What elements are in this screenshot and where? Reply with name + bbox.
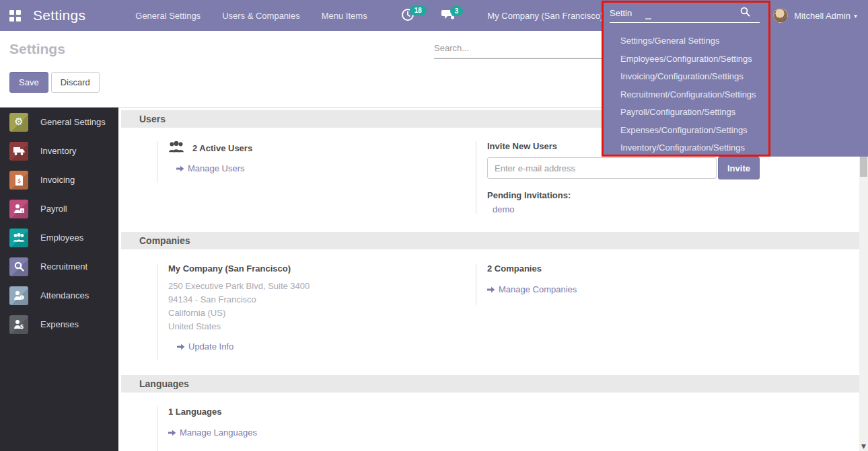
users-group-icon — [168, 141, 192, 155]
search-result-item[interactable]: Settings/General Settings — [604, 32, 868, 50]
languages-box: 1 Languages Manage Languages — [157, 407, 455, 451]
menu-users-companies[interactable]: Users & Companies — [214, 7, 308, 25]
manage-companies-link[interactable]: Manage Companies — [487, 284, 577, 294]
search-icon[interactable] — [740, 7, 750, 19]
invite-button[interactable]: Invite — [718, 157, 760, 179]
navbar-menu: General Settings Users & Companies Menu … — [127, 7, 375, 25]
messages-menu[interactable]: 3 — [441, 9, 464, 23]
activity-menu[interactable]: 18 — [401, 8, 427, 24]
search-result-item[interactable]: Recruitment/Configuration/Settings — [604, 86, 868, 104]
chevron-down-icon: ▾ — [854, 12, 857, 19]
gear-icon: ⚙ — [9, 113, 28, 132]
sidebar-item-recruitment[interactable]: Recruitment — [0, 252, 118, 281]
manage-users-link[interactable]: Manage Users — [176, 163, 245, 173]
scrollbar-thumb[interactable] — [860, 157, 867, 177]
systray: 18 3 My Company (San Francisco) ▾ — [401, 8, 612, 24]
app-title[interactable]: Settings — [33, 7, 85, 24]
sidebar-item-payroll[interactable]: $ Payroll — [0, 194, 118, 223]
magnifier-icon — [9, 257, 28, 276]
sidebar-item-invoicing[interactable]: $ Invoicing — [0, 165, 118, 194]
languages-count: 1 Languages — [168, 407, 455, 417]
scrollbar-down-arrow[interactable]: ▼ — [859, 443, 868, 450]
menu-menu-items[interactable]: Menu Items — [314, 7, 375, 25]
company-switcher[interactable]: My Company (San Francisco) ▾ — [487, 11, 612, 21]
person-dollar-icon: $ — [9, 315, 28, 334]
invite-email-input[interactable] — [487, 157, 717, 179]
pending-invitation-demo-link[interactable]: demo — [493, 204, 515, 214]
search-underline — [610, 22, 760, 23]
form-buttons: Save Discard — [9, 72, 100, 93]
save-button[interactable]: Save — [9, 72, 48, 93]
companies-count: 2 Companies — [487, 263, 774, 274]
search-result-item[interactable]: Payroll/Configuration/Settings — [604, 104, 868, 122]
active-users-box: 2 Active Users Manage Users — [157, 141, 455, 183]
company-name: My Company (San Francisco) — [168, 263, 455, 274]
people-group-icon — [9, 229, 28, 247]
breadcrumb-page-title: Settings — [9, 41, 65, 57]
menu-search-query[interactable]: Settin — [610, 8, 632, 18]
user-avatar — [773, 8, 788, 23]
menu-general-settings[interactable]: General Settings — [127, 7, 209, 25]
odoo-settings-screen: Settings General Settings Users & Compan… — [0, 0, 868, 451]
settings-sidebar: ⚙ General Settings Inventory $ Invoicing… — [0, 108, 118, 451]
active-users-count: 2 Active Users — [192, 143, 252, 153]
sidebar-item-inventory[interactable]: Inventory — [0, 136, 118, 165]
manage-languages-link[interactable]: Manage Languages — [168, 427, 257, 438]
arrow-right-icon — [176, 165, 184, 172]
delivery-truck-icon — [9, 142, 28, 161]
search-result-item[interactable]: Inventory/Configuration/Settings — [604, 139, 868, 157]
discard-button[interactable]: Discard — [51, 72, 100, 93]
sidebar-item-general-settings[interactable]: ⚙ General Settings — [0, 108, 118, 136]
companies-count-box: 2 Companies Manage Companies — [476, 263, 774, 305]
section-header-companies: Companies — [121, 232, 859, 249]
messages-badge: 3 — [450, 6, 464, 16]
invoice-document-icon: $ — [9, 171, 28, 190]
update-info-link[interactable]: Update Info — [177, 341, 233, 352]
sidebar-item-employees[interactable]: Employees — [0, 223, 118, 252]
user-name: Mitchell Admin — [794, 11, 851, 21]
svg-text:$: $ — [17, 177, 21, 183]
activity-badge: 18 — [410, 5, 427, 15]
svg-text:$: $ — [20, 324, 24, 329]
search-result-item[interactable]: Invoicing/Configuration/Settings — [604, 68, 868, 86]
arrow-right-icon — [177, 343, 185, 350]
search-result-item[interactable]: Expenses/Configuration/Settings — [604, 122, 868, 140]
arrow-right-icon — [487, 286, 495, 293]
apps-menu-icon[interactable] — [9, 10, 21, 22]
person-paycheck-icon: $ — [9, 200, 28, 218]
text-cursor — [645, 18, 651, 19]
company-info-box: My Company (San Francisco) 250 Executive… — [157, 263, 455, 360]
menu-search-results: Settings/General Settings Employees/Conf… — [604, 32, 868, 157]
arrow-right-icon — [168, 429, 176, 436]
sidebar-item-expenses[interactable]: $ Expenses — [0, 310, 118, 339]
settings-content: Users 2 Active Users Manage Users Invi — [118, 108, 868, 451]
person-clock-icon — [9, 286, 28, 305]
sidebar-item-attendances[interactable]: Attendances — [0, 281, 118, 310]
section-header-languages: Languages — [121, 375, 859, 393]
search-result-item[interactable]: Employees/Configuration/Settings — [604, 50, 868, 69]
pending-invitations-label: Pending Invitations: — [487, 190, 774, 200]
svg-text:$: $ — [21, 209, 24, 213]
user-menu[interactable]: Mitchell Admin ▾ — [773, 0, 868, 31]
company-address: 250 Executive Park Blvd, Suite 3400 9413… — [168, 280, 455, 333]
menu-search-box[interactable]: Settin — [604, 0, 770, 27]
